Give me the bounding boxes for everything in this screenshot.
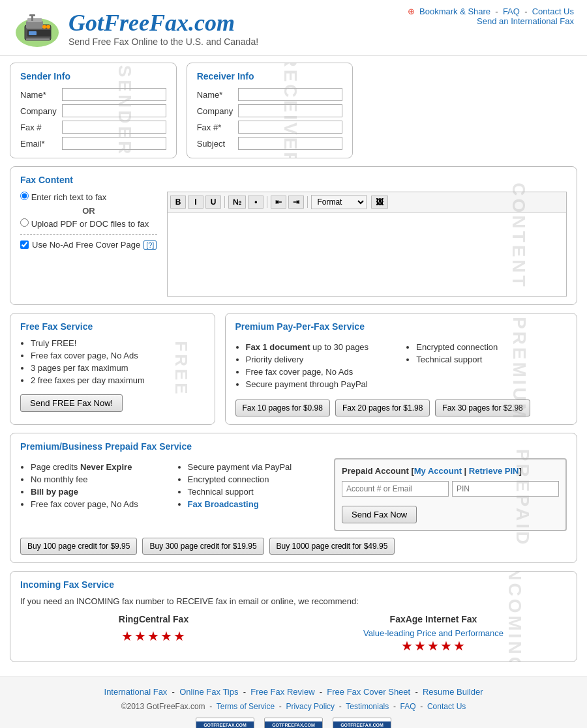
credit-btn-100[interactable]: Buy 100 page credit for $9.95 xyxy=(20,538,137,555)
sender-company-label: Company xyxy=(20,106,57,116)
no-ad-help-link[interactable]: [?] xyxy=(143,240,157,250)
contact-us-link[interactable]: Contact Us xyxy=(532,7,574,16)
receiver-name-input[interactable] xyxy=(238,88,342,101)
svg-point-6 xyxy=(42,25,46,29)
svg-rect-10 xyxy=(29,14,35,16)
option-rich-text-radio[interactable] xyxy=(20,192,29,200)
unordered-list-btn[interactable]: • xyxy=(248,196,263,209)
prepaid-account-box: Prepaid Account [My Account | Retrieve P… xyxy=(334,458,567,531)
sender-name-input[interactable] xyxy=(62,88,166,101)
receiver-info-title: Receiver Info xyxy=(197,71,343,81)
retrieve-pin-link[interactable]: Retrieve PIN xyxy=(469,466,519,476)
list-item: 3 pages per fax maximum xyxy=(31,363,205,373)
list-item: Page credits Never Expire xyxy=(31,462,168,472)
editor-area[interactable] xyxy=(167,212,567,297)
list-item: Bill by page xyxy=(31,487,168,497)
sender-email-input[interactable] xyxy=(62,137,166,150)
receiver-fax-input[interactable] xyxy=(238,121,342,134)
footer-contact-link[interactable]: Contact Us xyxy=(427,702,466,711)
site-name: GotFreeFax.com xyxy=(68,9,258,36)
bold-btn[interactable]: B xyxy=(170,196,186,209)
free-service-title: Free Fax Service xyxy=(20,321,205,332)
receiver-company-input[interactable] xyxy=(238,104,342,117)
dashed-sep xyxy=(20,234,157,235)
credit-btn-1000[interactable]: Buy 1000 page credit for $49.95 xyxy=(269,538,395,555)
prepaid-list-1: Page credits Never Expire No monthly fee… xyxy=(20,462,168,509)
align-left-btn[interactable]: ⇤ xyxy=(271,196,286,209)
footer-link-tips[interactable]: Online Fax Tips xyxy=(179,687,238,697)
premium-list-1: Fax 1 document up to 30 pages Priority d… xyxy=(235,342,397,389)
option-upload-label[interactable]: Upload PDF or DOC files to fax xyxy=(20,218,157,229)
page-wrapper: GotFreeFax.com Send Free Fax Online to t… xyxy=(0,0,587,728)
price-btn-10[interactable]: Fax 10 pages for $0.98 xyxy=(235,400,330,416)
footer-link-cover-sheet[interactable]: Free Fax Cover Sheet xyxy=(327,687,410,697)
logo-area: GotFreeFax.com Send Free Fax Online to t… xyxy=(13,7,258,49)
list-item: Encrypted connection xyxy=(188,474,325,484)
send-free-fax-btn[interactable]: Send FREE Fax Now! xyxy=(20,394,123,412)
list-item: No monthly fee xyxy=(31,474,168,484)
prepaid-service-title: Premium/Business Prepaid Fax Service xyxy=(20,441,567,452)
svg-rect-8 xyxy=(26,38,50,40)
price-btn-20[interactable]: Fax 20 pages for $1.98 xyxy=(335,400,430,416)
editor-toolbar: B I U № • ⇤ ⇥ Format Heading 1 Hea xyxy=(167,192,567,212)
sender-name-label: Name* xyxy=(20,90,57,100)
incoming-services: RingCentral Fax ★★★★★ FaxAge Internet Fa… xyxy=(20,614,567,654)
prepaid-inputs xyxy=(342,481,559,497)
trust-badge-business: GOTFREEFAX.COM BUSINESS VERIFIED Trust G… xyxy=(333,718,391,728)
list-item: 2 free faxes per day maximum xyxy=(31,375,205,385)
footer-terms-link[interactable]: Terms of Service xyxy=(217,702,275,711)
italic-btn[interactable]: I xyxy=(188,196,203,209)
sender-fax-input[interactable] xyxy=(62,121,166,134)
fax-content-inner: Enter rich text to fax OR Upload PDF or … xyxy=(20,192,567,297)
footer-link-review[interactable]: Free Fax Review xyxy=(250,687,314,697)
incoming-service-ringcentral: RingCentral Fax ★★★★★ xyxy=(20,614,287,654)
price-btn-30[interactable]: Fax 30 pages for $2.98 xyxy=(435,400,530,416)
image-btn[interactable]: 🖼 xyxy=(371,196,388,209)
ordered-list-btn[interactable]: № xyxy=(228,196,246,209)
incoming-fax-title: Incoming Fax Service xyxy=(20,579,567,590)
list-item: Free fax cover page, No Ads xyxy=(31,351,205,360)
list-item: Fax 1 document up to 30 pages xyxy=(246,342,397,352)
underline-btn[interactable]: U xyxy=(205,196,221,209)
my-account-link[interactable]: My Account xyxy=(414,466,462,476)
bookmark-icon: ⊕ xyxy=(408,7,415,16)
faxage-link[interactable]: Value-leading Price and Performance xyxy=(363,628,504,638)
align-right-btn[interactable]: ⇥ xyxy=(288,196,304,209)
sender-email-label: Email* xyxy=(20,139,57,149)
send-fax-prepaid-btn[interactable]: Send Fax Now xyxy=(342,506,417,523)
fax-editor: B I U № • ⇤ ⇥ Format Heading 1 Hea xyxy=(167,192,567,297)
bookmark-link[interactable]: Bookmark & Share xyxy=(419,7,490,16)
premium-col-2: Encrypted connection Technical support xyxy=(406,338,567,393)
fax-broadcasting-link[interactable]: Fax Broadcasting xyxy=(188,499,259,509)
sender-receiver-row: Sender Info Name* Company Fax # Email* S… xyxy=(10,63,577,166)
receiver-company-label: Company xyxy=(197,106,233,116)
credit-btn-300[interactable]: Buy 300 page credit for $19.95 xyxy=(142,538,263,555)
no-ad-cover-row: Use No-Ad Free Cover Page [?] xyxy=(20,240,157,250)
option-upload-radio[interactable] xyxy=(20,218,29,227)
fax-options: Enter rich text to fax OR Upload PDF or … xyxy=(20,192,157,297)
footer-privacy-link[interactable]: Privacy Policy xyxy=(286,702,335,711)
no-ad-cover-checkbox[interactable] xyxy=(20,240,29,249)
faq-link[interactable]: FAQ xyxy=(503,7,520,16)
svg-rect-3 xyxy=(27,18,42,22)
ringcentral-name: RingCentral Fax xyxy=(20,614,287,624)
sender-company-input[interactable] xyxy=(62,104,166,117)
faxage-name: FaxAge Internet Fax xyxy=(300,614,567,624)
logo-text: GotFreeFax.com Send Free Fax Online to t… xyxy=(68,9,258,47)
ringcentral-stars: ★★★★★ xyxy=(20,628,287,644)
fax-machine-icon xyxy=(13,7,62,49)
footer-link-international[interactable]: International Fax xyxy=(104,687,168,697)
pin-input[interactable] xyxy=(452,481,559,497)
header-top-links: ⊕ Bookmark & Share - FAQ - Contact Us xyxy=(408,7,574,16)
format-select[interactable]: Format Heading 1 Heading 2 Normal xyxy=(311,195,367,209)
footer-testimonials-link[interactable]: Testimonials xyxy=(346,702,389,711)
account-email-input[interactable] xyxy=(342,481,449,497)
receiver-subject-input[interactable] xyxy=(238,137,342,150)
international-fax-link[interactable]: Send an International Fax xyxy=(477,16,574,26)
option-rich-text-label[interactable]: Enter rich text to fax xyxy=(20,192,157,202)
list-item: Secure payment via PayPal xyxy=(188,462,325,472)
footer-faq-link[interactable]: FAQ xyxy=(400,702,416,711)
sender-info-title: Sender Info xyxy=(20,71,166,81)
service-row: Free Fax Service Truly FREE! Free fax co… xyxy=(10,313,577,433)
footer-link-resume[interactable]: Resume Builder xyxy=(423,687,483,697)
